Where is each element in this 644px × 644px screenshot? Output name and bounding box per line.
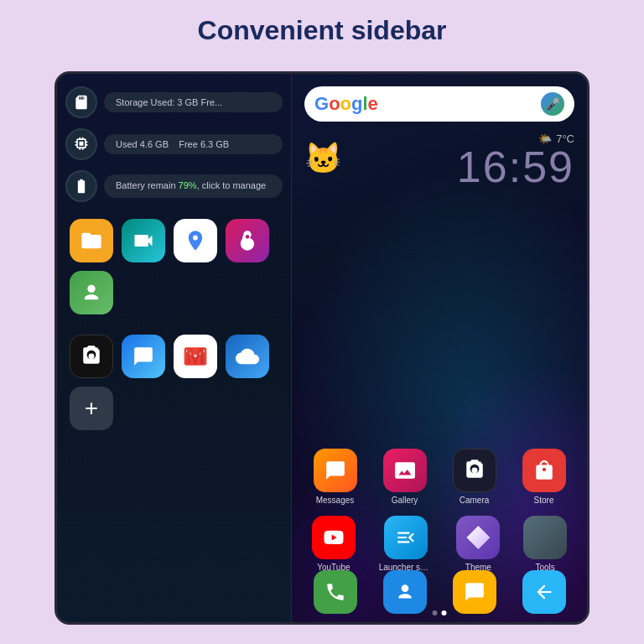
tools-icon xyxy=(523,516,567,559)
store-icon xyxy=(522,449,566,492)
theme-icon xyxy=(456,516,500,559)
home-app-tools[interactable]: Tools xyxy=(523,516,567,572)
sidebar-app-flower[interactable] xyxy=(226,219,269,262)
youtube-icon xyxy=(312,516,356,559)
mic-icon[interactable]: 🎤 xyxy=(541,92,564,116)
ram-item[interactable]: Used 4.6 GB Free 6.3 GB xyxy=(65,128,283,160)
home-app-store[interactable]: Store xyxy=(522,449,566,505)
ram-info: Used 4.6 GB Free 6.3 GB xyxy=(104,134,283,154)
battery-item[interactable]: Battery remain 79%, click to manage xyxy=(65,170,283,202)
home-app-theme[interactable]: Theme xyxy=(456,516,500,572)
messages-label: Messages xyxy=(316,496,355,505)
store-label: Store xyxy=(534,496,554,505)
sidebar-panel: Storage Used: 3 GB Fre... Used 4.6 GB Fr… xyxy=(57,74,292,622)
home-app-camera[interactable]: Camera xyxy=(453,449,496,505)
home-app-launcher[interactable]: Launcher setti... xyxy=(379,516,434,572)
sidebar-app-meet[interactable] xyxy=(122,219,165,262)
theme-diamond-icon xyxy=(466,526,490,549)
page-title: Convenient sidebar xyxy=(0,0,644,55)
launcher-settings-icon xyxy=(384,516,428,559)
gallery-icon xyxy=(383,449,427,492)
sidebar-app-messages[interactable] xyxy=(122,335,165,378)
dock-extra[interactable] xyxy=(522,570,566,614)
sidebar-app-contacts[interactable] xyxy=(70,271,113,314)
camera-home-icon xyxy=(453,449,496,492)
contacts-dock-icon xyxy=(383,570,427,614)
battery-info: Battery remain 79%, click to manage xyxy=(104,174,283,197)
dock-messaging[interactable] xyxy=(453,570,496,614)
sidebar-app-files[interactable] xyxy=(70,219,113,262)
sidebar-app-gmail[interactable] xyxy=(174,335,217,378)
cat-widget: 🐱 xyxy=(304,141,342,176)
home-apps-row1: Messages Gallery Camera St xyxy=(300,449,579,505)
home-panel: Google 🎤 🐱 🌤️ 7°C 16:59 Messages xyxy=(292,74,587,622)
sidebar-app-camera[interactable] xyxy=(70,335,113,378)
storage-card-info: Storage Used: 3 GB Fre... xyxy=(104,92,283,112)
sidebar-app-cloud[interactable] xyxy=(226,335,269,378)
home-app-gallery[interactable]: Gallery xyxy=(383,449,427,505)
camera-label: Camera xyxy=(460,496,490,505)
page-dots xyxy=(433,610,447,615)
sidebar-apps-row1 xyxy=(65,212,283,321)
messages-home-icon xyxy=(314,449,357,492)
phone-icon xyxy=(314,570,357,614)
google-g-icon: Google xyxy=(314,93,378,115)
home-app-messages[interactable]: Messages xyxy=(314,449,357,505)
sidebar-add-button[interactable]: + xyxy=(70,387,113,430)
extra-icon xyxy=(522,570,566,614)
tools-grid-icon xyxy=(538,518,553,558)
sd-card-icon xyxy=(65,86,97,118)
messaging-dock-icon xyxy=(453,570,496,614)
page-dot-2 xyxy=(442,610,447,615)
device-frame: Storage Used: 3 GB Fre... Used 4.6 GB Fr… xyxy=(55,71,589,625)
storage-card-item[interactable]: Storage Used: 3 GB Fre... xyxy=(65,86,283,118)
home-dock xyxy=(300,570,579,614)
weather-widget: 🌤️ 7°C 16:59 xyxy=(457,132,574,189)
page-dot-1 xyxy=(433,610,438,615)
home-apps-row2: YouTube Launcher setti... Theme xyxy=(300,516,579,572)
gallery-label: Gallery xyxy=(392,496,418,505)
sidebar-apps-row2: + xyxy=(65,328,283,437)
google-search-bar[interactable]: Google 🎤 xyxy=(304,86,574,122)
dock-contacts[interactable] xyxy=(383,570,427,614)
sidebar-app-maps[interactable] xyxy=(174,219,217,262)
clock-display: 16:59 xyxy=(457,145,574,189)
battery-icon xyxy=(65,170,97,202)
dock-phone[interactable] xyxy=(314,570,357,614)
home-app-youtube[interactable]: YouTube xyxy=(312,516,356,572)
chip-icon xyxy=(65,128,97,160)
